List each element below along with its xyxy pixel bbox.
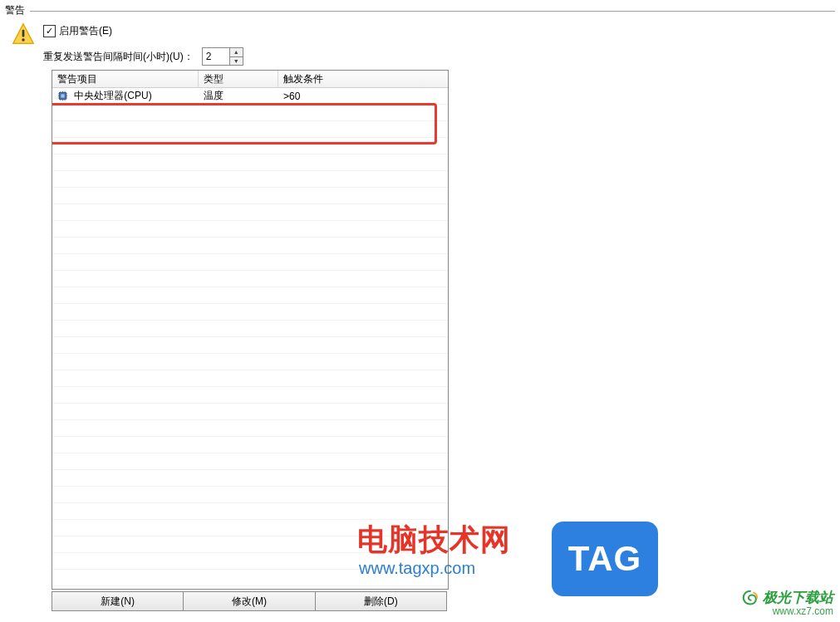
- spinner-buttons: ▲ ▼: [229, 48, 243, 65]
- svg-point-2: [22, 38, 25, 42]
- section-title: 警告: [5, 3, 25, 17]
- interval-label: 重复发送警告间隔时间(小时)(U)：: [43, 50, 194, 64]
- table-body[interactable]: 中央处理器(CPU) 温度 >60: [52, 88, 448, 590]
- watermark-xz7-title: 极光下载站: [763, 588, 833, 607]
- table-header: 警告项目 类型 触发条件: [52, 71, 448, 88]
- check-icon: ✓: [46, 27, 53, 36]
- cell-item-text: 中央处理器(CPU): [74, 90, 151, 101]
- spinner-down[interactable]: ▼: [230, 57, 243, 66]
- svg-rect-4: [61, 95, 64, 98]
- interval-input[interactable]: [203, 48, 229, 65]
- swirl-icon: [741, 589, 759, 607]
- enable-alert-label: 启用警告(E): [59, 24, 112, 38]
- enable-alert-checkbox[interactable]: ✓: [43, 25, 56, 37]
- enable-alert-row: ✓ 启用警告(E): [43, 22, 840, 39]
- warning-icon: [12, 22, 35, 46]
- delete-button[interactable]: 删除(D): [315, 591, 447, 611]
- cell-item: 中央处理器(CPU): [52, 89, 199, 103]
- th-trigger[interactable]: 触发条件: [278, 71, 448, 87]
- cell-type: 温度: [199, 89, 278, 103]
- row-stripes: [52, 88, 448, 590]
- tag-badge: TAG: [552, 522, 658, 596]
- th-item[interactable]: 警告项目: [52, 71, 199, 87]
- table-row[interactable]: 中央处理器(CPU) 温度 >60: [52, 88, 448, 104]
- watermark-xz7-url: www.xz7.com: [741, 605, 833, 617]
- interval-row: 重复发送警告间隔时间(小时)(U)： ▲ ▼: [43, 47, 840, 66]
- alerts-table: 警告项目 类型 触发条件: [52, 70, 449, 590]
- tag-badge-text: TAG: [568, 539, 642, 579]
- spinner-up[interactable]: ▲: [230, 48, 243, 57]
- new-button[interactable]: 新建(N): [52, 591, 184, 611]
- section-divider: [30, 11, 835, 12]
- edit-button[interactable]: 修改(M): [183, 591, 315, 611]
- section-header: 警告: [0, 0, 840, 19]
- cpu-icon: [57, 91, 68, 101]
- th-type[interactable]: 类型: [199, 71, 278, 87]
- svg-rect-1: [22, 30, 25, 37]
- cell-trigger: >60: [278, 91, 448, 102]
- interval-spinner[interactable]: ▲ ▼: [202, 47, 243, 66]
- buttons-row: 新建(N) 修改(M) 删除(D): [52, 591, 447, 611]
- watermark-xz7: 极光下载站 www.xz7.com: [741, 588, 833, 617]
